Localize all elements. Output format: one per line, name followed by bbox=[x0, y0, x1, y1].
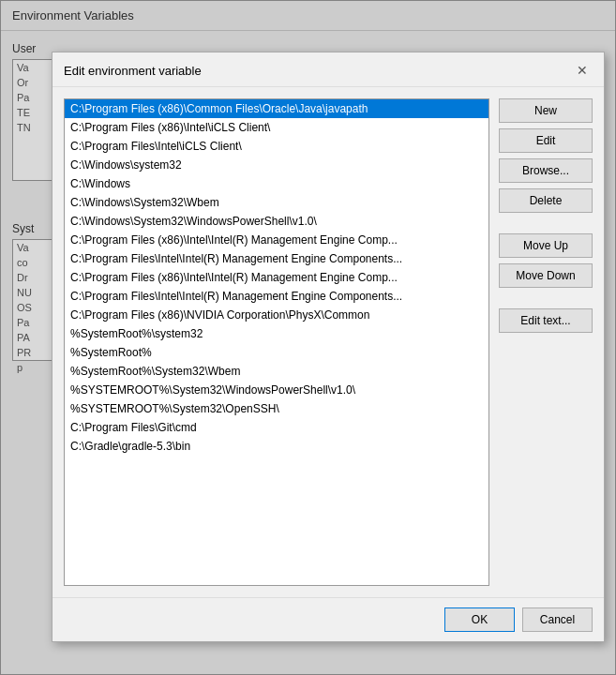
list-item[interactable]: %SystemRoot%\system32 bbox=[65, 324, 488, 343]
list-item[interactable]: C:\Program Files (x86)\Intel\Intel(R) Ma… bbox=[65, 231, 488, 249]
delete-button[interactable]: Delete bbox=[499, 188, 593, 213]
list-item[interactable]: C:\Windows\System32\WindowsPowerShell\v1… bbox=[65, 212, 488, 231]
list-item[interactable]: C:\Program Files\Intel\Intel(R) Manageme… bbox=[65, 287, 488, 306]
ok-button[interactable]: OK bbox=[444, 608, 515, 632]
list-item[interactable]: C:\Gradle\gradle-5.3\bin bbox=[65, 437, 488, 456]
dialog-title: Edit environment variable bbox=[64, 64, 202, 78]
list-item[interactable]: C:\Program Files\Intel\Intel(R) Manageme… bbox=[65, 249, 488, 268]
cancel-button[interactable]: Cancel bbox=[522, 608, 593, 632]
close-button[interactable]: ✕ bbox=[572, 60, 593, 81]
list-item[interactable]: %SystemRoot% bbox=[65, 343, 488, 362]
browse-button[interactable]: Browse... bbox=[499, 158, 593, 183]
dialog-footer: OK Cancel bbox=[53, 597, 604, 641]
list-item[interactable]: C:\Windows bbox=[65, 174, 488, 193]
buttons-panel: New Edit Browse... Delete Move Up Move D… bbox=[499, 98, 593, 586]
list-item[interactable]: C:\Program Files (x86)\Intel\Intel(R) Ma… bbox=[65, 268, 488, 287]
list-item[interactable]: C:\Windows\system32 bbox=[65, 156, 488, 174]
new-button[interactable]: New bbox=[499, 98, 593, 123]
dialog-body: C:\Program Files (x86)\Common Files\Orac… bbox=[53, 87, 604, 597]
list-item[interactable]: C:\Program Files (x86)\Intel\iCLS Client… bbox=[65, 118, 488, 137]
edit-button[interactable]: Edit bbox=[499, 128, 593, 153]
list-item[interactable]: %SystemRoot%\System32\Wbem bbox=[65, 362, 488, 381]
list-item[interactable]: C:\Program Files\Intel\iCLS Client\ bbox=[65, 137, 488, 156]
edit-env-dialog: Edit environment variable ✕ C:\Program F… bbox=[52, 52, 605, 642]
edit-text-button[interactable]: Edit text... bbox=[499, 308, 593, 333]
list-item[interactable]: C:\Program Files (x86)\Common Files\Orac… bbox=[65, 99, 488, 118]
list-item[interactable]: C:\Program Files (x86)\NVIDIA Corporatio… bbox=[65, 306, 488, 324]
dialog-title-bar: Edit environment variable ✕ bbox=[53, 52, 604, 87]
move-up-button[interactable]: Move Up bbox=[499, 233, 593, 258]
move-down-button[interactable]: Move Down bbox=[499, 263, 593, 288]
list-item[interactable]: %SYSTEMROOT%\System32\OpenSSH\ bbox=[65, 399, 488, 418]
list-item[interactable]: %SYSTEMROOT%\System32\WindowsPowerShell\… bbox=[65, 381, 488, 399]
list-item[interactable]: C:\Windows\System32\Wbem bbox=[65, 193, 488, 212]
path-list[interactable]: C:\Program Files (x86)\Common Files\Orac… bbox=[64, 98, 489, 586]
list-item[interactable]: C:\Program Files\Git\cmd bbox=[65, 418, 488, 437]
